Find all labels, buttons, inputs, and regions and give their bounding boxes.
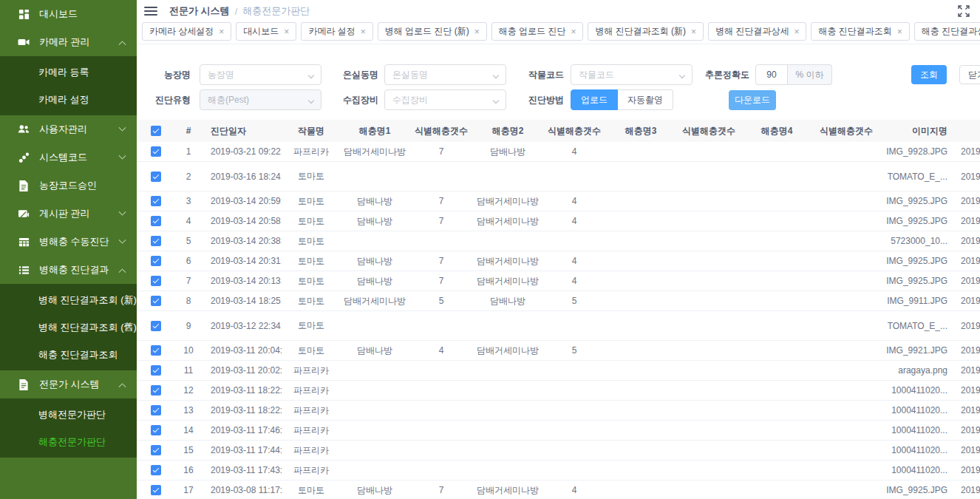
device-select[interactable]: 수집장비 xyxy=(384,89,506,110)
crop-code-select[interactable]: 작물코드 xyxy=(571,64,693,85)
sidebar-subitem[interactable]: 카메라 등록 xyxy=(0,58,137,86)
close-icon[interactable]: × xyxy=(474,27,480,37)
cell-image: IMG_9925.JPG xyxy=(882,276,953,286)
cell-image: aragaya.png xyxy=(882,365,953,376)
sidebar-item-user-management[interactable]: 사용자관리 xyxy=(0,115,137,143)
column-header: 식별해충갯수 xyxy=(675,125,743,138)
cell-count1: 4 xyxy=(409,345,474,356)
row-checkbox[interactable] xyxy=(151,405,161,415)
cell-image: IMG_9925.JPG xyxy=(882,485,953,495)
sidebar-item-board-management[interactable]: 게시판 관리 xyxy=(0,200,137,228)
cell-image: IMG_9921.JPG xyxy=(882,345,953,356)
cell-date: 2019-03-14 20:58:46 xyxy=(202,216,282,226)
sidebar-item-dashboard[interactable]: 대시보드 xyxy=(0,0,137,28)
row-checkbox[interactable] xyxy=(151,385,161,396)
cell-reg: 2019 xyxy=(953,146,980,157)
method-upload-button[interactable]: 업로드 xyxy=(571,89,618,110)
row-checkbox[interactable] xyxy=(151,485,161,495)
cell-date: 2019-03-11 20:04:40 xyxy=(202,345,282,356)
sidebar-item-farm-code-approval[interactable]: 농장코드승인 xyxy=(0,172,137,200)
cell-no: 4 xyxy=(175,216,202,226)
table-row: 102019-03-11 20:04:40토마토담배나방4담배거세미나방5IMG… xyxy=(137,341,980,361)
cell-date: 2019-03-11 17:46:58 xyxy=(202,425,282,435)
cell-pest1: 담배거세미나방 xyxy=(341,295,409,308)
search-button[interactable]: 조회 xyxy=(911,65,947,84)
select-all-checkbox[interactable] xyxy=(151,126,161,136)
sidebar-item-expert-system[interactable]: 전문가 시스템 xyxy=(0,370,137,398)
row-checkbox[interactable] xyxy=(151,236,161,246)
camera-icon xyxy=(18,36,30,48)
tab[interactable]: 병해 진단결과상세× xyxy=(708,22,806,41)
row-checkbox[interactable] xyxy=(151,256,161,266)
sidebar-submenu-expert-system: 병해전문가판단해충전문가판단 xyxy=(0,398,137,458)
tab[interactable]: 병해 업로드 진단 (新)× xyxy=(378,22,487,41)
row-checkbox[interactable] xyxy=(151,445,161,455)
cell-reg: 2019 xyxy=(953,425,980,435)
greenhouse-select[interactable]: 온실동명 xyxy=(384,64,506,85)
close-icon[interactable]: × xyxy=(284,27,289,37)
cell-select xyxy=(137,485,175,496)
sidebar-subitem[interactable]: 해충전문가판단 xyxy=(0,428,137,455)
farm-name-select[interactable]: 농장명 xyxy=(200,64,321,85)
tab[interactable]: 카메라 상세설정× xyxy=(142,22,231,41)
row-checkbox[interactable] xyxy=(151,321,161,331)
row-checkbox[interactable] xyxy=(151,172,161,182)
close-button[interactable]: 닫기 xyxy=(959,65,980,84)
row-checkbox[interactable] xyxy=(151,365,161,376)
tab[interactable]: 해충 업로드 진단× xyxy=(491,22,584,41)
tab[interactable]: 대시보드× xyxy=(236,22,296,41)
cell-select xyxy=(137,465,175,476)
close-icon[interactable]: × xyxy=(794,27,799,37)
row-checkbox[interactable] xyxy=(151,296,161,306)
close-icon[interactable]: × xyxy=(361,27,366,37)
cell-pest1: 담배나방 xyxy=(341,484,409,497)
sidebar-subitem[interactable]: 병해 진단결과조회 (舊) xyxy=(0,313,137,341)
close-icon[interactable]: × xyxy=(571,27,576,37)
cell-select xyxy=(137,171,175,182)
sidebar-subitem[interactable]: 병해전문가판단 xyxy=(0,401,137,428)
row-checkbox[interactable] xyxy=(151,196,161,206)
cell-crop: 토마토 xyxy=(282,484,341,497)
sidebar-subitem[interactable]: 카메라 설정 xyxy=(0,86,137,113)
dashboard-icon xyxy=(18,8,30,20)
close-icon[interactable]: × xyxy=(691,27,696,37)
tab[interactable]: 병해 진단결과조회 (新)× xyxy=(588,22,704,41)
cell-count2: 4 xyxy=(542,276,607,286)
download-button[interactable]: 다운로드 xyxy=(729,90,776,110)
main-area: 전문가 시스템 / 해충전문가판단 카메라 상세설정×대시보드×카메라 설정×병… xyxy=(137,0,980,499)
sidebar-item-pest-diagnosis-results[interactable]: 병해충 진단결과 xyxy=(0,256,137,284)
sidebar-subitem[interactable]: 해충 진단결과조회 xyxy=(0,341,137,368)
row-checkbox[interactable] xyxy=(151,276,161,286)
cell-crop: 파프리카 xyxy=(282,444,341,457)
table-header-row: #진단일자작물명해충명1식별해충갯수해충명2식별해충갯수해충명3식별해충갯수해충… xyxy=(137,120,980,142)
column-header: 해충명1 xyxy=(341,125,409,138)
accuracy-input[interactable] xyxy=(755,64,788,85)
sidebar-item-system-code[interactable]: 시스템코드 xyxy=(0,143,137,172)
cell-pest2: 담배거세미나방 xyxy=(474,195,542,208)
hamburger-menu-icon[interactable] xyxy=(144,7,157,16)
row-checkbox[interactable] xyxy=(151,216,161,226)
table-row: 12019-03-21 09:22:00파프리카담배거세미나방7담배나방4IMG… xyxy=(137,142,980,162)
row-checkbox[interactable] xyxy=(151,425,161,435)
breadcrumb-parent[interactable]: 전문가 시스템 xyxy=(169,4,230,18)
close-icon[interactable]: × xyxy=(897,27,902,37)
row-checkbox[interactable] xyxy=(151,345,161,356)
column-header: 진단일자 xyxy=(202,125,282,138)
tab[interactable]: 카메라 설정× xyxy=(301,22,372,41)
sidebar-item-pest-manual-diagnosis[interactable]: 병해충 수동진단 xyxy=(0,228,137,256)
cell-no: 14 xyxy=(175,425,202,435)
method-autocapture-button[interactable]: 자동촬영 xyxy=(618,89,673,110)
fullscreen-icon[interactable] xyxy=(958,5,970,17)
close-icon[interactable]: × xyxy=(219,27,224,37)
cell-reg: 2019 xyxy=(953,256,980,266)
cell-no: 17 xyxy=(175,485,202,495)
sidebar-item-camera-management[interactable]: 카메라 관리 xyxy=(0,28,137,56)
row-checkbox[interactable] xyxy=(151,146,161,157)
cell-count1: 5 xyxy=(409,296,474,306)
sidebar-subitem[interactable]: 병해 진단결과조회 (新) xyxy=(0,286,137,313)
cell-reg: 2019 xyxy=(953,196,980,206)
tab[interactable]: 해충 진단결과조회× xyxy=(811,22,909,41)
content-panel: 농장명 농장명 온실동명 온실동명 작물코드 작물코드 추 xyxy=(137,44,980,499)
tab[interactable]: 해충 진단결과상세× xyxy=(914,22,980,41)
row-checkbox[interactable] xyxy=(151,465,161,475)
